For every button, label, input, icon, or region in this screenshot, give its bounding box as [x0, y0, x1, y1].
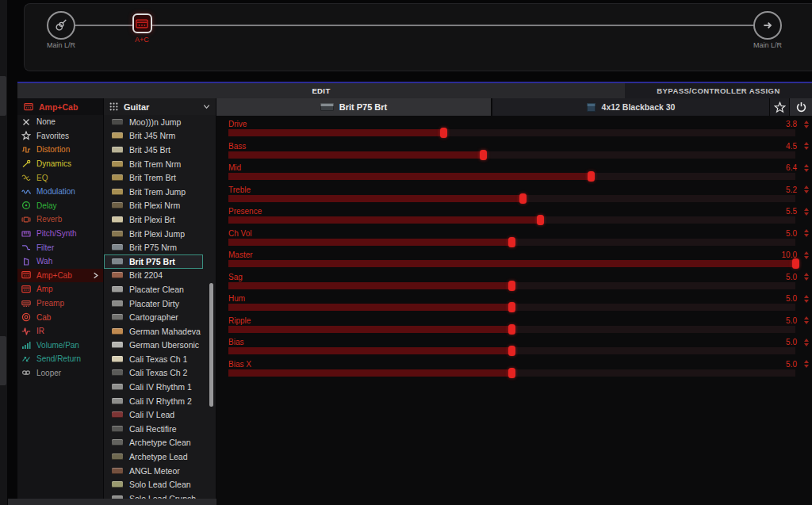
value-spinner[interactable]: [804, 360, 809, 368]
sidebar-item-favorites[interactable]: Favorites: [17, 129, 103, 143]
tab-bypass-controller-assign[interactable]: BYPASS/CONTROLLER ASSIGN: [625, 83, 812, 98]
model-item-cali-iv-rhythm-1[interactable]: Cali IV Rhythm 1: [104, 380, 216, 394]
param-slider[interactable]: [228, 347, 795, 354]
model-item-moo-n-jump[interactable]: Moo)))n Jump: [104, 115, 216, 129]
param-value[interactable]: 5.0: [778, 294, 797, 303]
param-slider[interactable]: [228, 129, 795, 136]
spinner-down-icon[interactable]: [804, 234, 809, 237]
value-spinner[interactable]: [804, 186, 809, 193]
sidebar-item-eq[interactable]: EQ: [17, 170, 103, 185]
sidebar-item-cab[interactable]: Cab: [17, 310, 103, 324]
model-item-brit-trem-nrm[interactable]: Brit Trem Nrm: [104, 157, 216, 171]
slider-handle[interactable]: [537, 215, 544, 225]
value-spinner[interactable]: [804, 229, 809, 237]
slider-handle[interactable]: [440, 128, 447, 138]
param-slider[interactable]: [228, 282, 795, 289]
model-item-brit-trem-brt[interactable]: Brit Trem Brt: [104, 170, 216, 185]
spinner-up-icon[interactable]: [804, 142, 809, 145]
spinner-up-icon[interactable]: [804, 360, 809, 363]
model-item-brit-plexi-brt[interactable]: Brit Plexi Brt: [104, 212, 216, 227]
slider-handle[interactable]: [508, 346, 515, 356]
model-item-brit-trem-jump[interactable]: Brit Trem Jump: [104, 185, 216, 199]
sidebar-item-looper[interactable]: Looper: [17, 366, 103, 381]
param-value[interactable]: 5.5: [778, 207, 797, 216]
sidebar-item-send-return[interactable]: Send/Return: [17, 352, 103, 366]
model-item-solo-lead-clean[interactable]: Solo Lead Clean: [104, 477, 216, 492]
slider-handle[interactable]: [508, 302, 515, 312]
sidebar-item-distortion[interactable]: Distortion: [17, 143, 103, 157]
param-slider[interactable]: [228, 304, 795, 311]
spinner-down-icon[interactable]: [804, 300, 809, 303]
spinner-down-icon[interactable]: [804, 212, 809, 216]
model-item-brit-j45-nrm[interactable]: Brit J45 Nrm: [104, 129, 216, 143]
sidebar-item-amp-cab[interactable]: Amp+Cab: [17, 269, 103, 283]
spinner-up-icon[interactable]: [804, 251, 809, 254]
spinner-up-icon[interactable]: [804, 121, 809, 124]
model-item-german-ubersonic[interactable]: German Ubersonic: [104, 339, 216, 353]
bypass-power-button[interactable]: [789, 98, 812, 116]
value-spinner[interactable]: [804, 339, 809, 346]
cab-model-tab[interactable]: 4x12 Blackback 30: [492, 98, 769, 116]
spinner-down-icon[interactable]: [804, 125, 809, 128]
model-item-cali-texas-ch-2[interactable]: Cali Texas Ch 2: [104, 366, 216, 381]
slider-handle[interactable]: [508, 368, 515, 378]
sidebar-item-volume-pan[interactable]: Volume/Pan: [17, 339, 103, 353]
value-spinner[interactable]: [804, 142, 809, 150]
param-value[interactable]: 5.0: [778, 316, 797, 325]
param-value[interactable]: 5.2: [778, 186, 797, 194]
model-item-cali-texas-ch-1[interactable]: Cali Texas Ch 1: [104, 352, 216, 366]
model-item-cali-iv-rhythm-2[interactable]: Cali IV Rhythm 2: [104, 394, 216, 408]
param-value[interactable]: 5.0: [778, 229, 797, 238]
sidebar-item-delay[interactable]: Delay: [17, 199, 103, 213]
amp-cab-block[interactable]: [132, 13, 152, 33]
param-slider[interactable]: [228, 260, 795, 267]
spinner-up-icon[interactable]: [804, 339, 809, 342]
spinner-up-icon[interactable]: [804, 229, 809, 232]
sidebar-item-pitch-synth[interactable]: Pitch/Synth: [17, 227, 103, 241]
spinner-up-icon[interactable]: [804, 316, 809, 319]
model-item-angl-meteor[interactable]: ANGL Meteor: [104, 464, 216, 478]
model-item-german-mahadeva[interactable]: German Mahadeva: [104, 324, 216, 339]
sidebar-item-reverb[interactable]: Reverb: [17, 212, 103, 227]
model-item-cali-rectifire[interactable]: Cali Rectifire: [104, 422, 216, 436]
value-spinner[interactable]: [804, 316, 809, 324]
sidebar-item-modulation[interactable]: Modulation: [17, 185, 103, 199]
model-item-placater-dirty[interactable]: Placater Dirty: [104, 296, 216, 311]
slider-handle[interactable]: [508, 324, 515, 335]
guitar-input-icon[interactable]: [47, 11, 75, 40]
value-spinner[interactable]: [804, 273, 809, 281]
grid-view-icon[interactable]: [109, 102, 118, 111]
slider-handle[interactable]: [508, 281, 515, 291]
sidebar-item-amp[interactable]: Amp: [17, 282, 103, 296]
spinner-up-icon[interactable]: [804, 186, 809, 189]
slider-handle[interactable]: [480, 150, 487, 160]
sidebar-item-none[interactable]: None: [17, 115, 103, 129]
model-category-dropdown[interactable]: Guitar: [104, 98, 216, 115]
param-value[interactable]: 5.0: [778, 273, 797, 281]
model-item-brit-p75-brt[interactable]: Brit P75 Brt: [104, 254, 203, 269]
slider-handle[interactable]: [588, 171, 595, 182]
spinner-down-icon[interactable]: [804, 321, 809, 324]
model-item-brit-p75-nrm[interactable]: Brit P75 Nrm: [104, 240, 216, 254]
sidebar-item-filter[interactable]: Filter: [17, 240, 103, 254]
value-spinner[interactable]: [804, 164, 809, 172]
param-value[interactable]: 5.0: [778, 360, 797, 369]
sidebar-item-dynamics[interactable]: Dynamics: [17, 157, 103, 171]
model-item-brit-plexi-nrm[interactable]: Brit Plexi Nrm: [104, 199, 216, 213]
param-slider[interactable]: [228, 326, 795, 333]
amp-model-tab[interactable]: Brit P75 Brt: [216, 98, 492, 116]
param-value[interactable]: 3.8: [778, 120, 797, 128]
spinner-down-icon[interactable]: [804, 256, 809, 259]
slider-handle[interactable]: [508, 237, 515, 247]
param-slider[interactable]: [228, 239, 795, 246]
favorite-button[interactable]: [769, 98, 789, 116]
value-spinner[interactable]: [804, 251, 809, 259]
slider-handle[interactable]: [792, 258, 799, 269]
spinner-up-icon[interactable]: [804, 295, 809, 298]
model-item-brit-plexi-jump[interactable]: Brit Plexi Jump: [104, 227, 216, 241]
value-spinner[interactable]: [804, 121, 809, 128]
spinner-up-icon[interactable]: [804, 208, 809, 211]
param-slider[interactable]: [228, 216, 795, 224]
model-item-cali-iv-lead[interactable]: Cali IV Lead: [104, 407, 216, 422]
param-slider[interactable]: [228, 369, 795, 377]
